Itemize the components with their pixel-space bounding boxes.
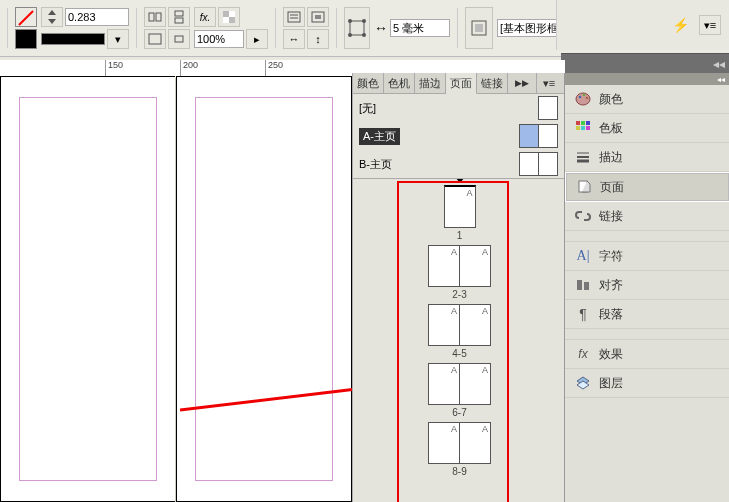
master-thumb[interactable] <box>539 152 558 176</box>
pages-icon <box>576 179 592 195</box>
quick-apply-icon[interactable]: ⚡ <box>672 17 689 33</box>
dock-expand-icon[interactable]: ◂◂ <box>713 57 725 71</box>
master-thumb[interactable] <box>519 124 539 148</box>
margin-guide <box>195 97 333 481</box>
spread-label: 6-7 <box>452 407 466 418</box>
dock-links[interactable]: 链接 <box>565 202 729 231</box>
dock-swatches[interactable]: 色板 <box>565 114 729 143</box>
ruler-mark: 250 <box>265 60 283 76</box>
dock-label: 链接 <box>599 208 623 225</box>
panel-scroll-icon[interactable]: ▶▶ <box>508 73 537 93</box>
master-label: B-主页 <box>359 157 392 172</box>
master-pages-list: [无] A-主页 B-主页 <box>353 94 566 179</box>
svg-rect-5 <box>175 36 183 42</box>
master-thumb[interactable] <box>519 152 539 176</box>
select-container-icon[interactable] <box>144 29 166 49</box>
spread-label: 2-3 <box>452 289 466 300</box>
flip-v-icon[interactable] <box>168 7 190 27</box>
tab-links[interactable]: 链接 <box>477 73 508 93</box>
dock-character[interactable]: A| 字符 <box>565 242 729 271</box>
stroke-swatch[interactable] <box>15 29 37 49</box>
svg-point-26 <box>586 97 589 100</box>
character-icon: A| <box>575 248 591 264</box>
document-canvas[interactable] <box>0 76 352 502</box>
spread-label: 1 <box>457 230 463 241</box>
stroke-icon <box>575 149 591 165</box>
flip-horizontal-icon[interactable]: ↔ <box>283 29 305 49</box>
svg-rect-1 <box>156 13 161 21</box>
dock-label: 图层 <box>599 375 623 392</box>
page-thumb[interactable]: A <box>428 363 460 405</box>
opacity-dropdown[interactable]: ▸ <box>246 29 268 49</box>
master-thumb[interactable] <box>539 124 558 148</box>
stroke-weight-stepper[interactable] <box>41 7 63 27</box>
object-style-icon[interactable] <box>465 7 493 49</box>
opacity-icon[interactable] <box>218 7 240 27</box>
text-wrap-bounding-icon[interactable] <box>307 7 329 27</box>
flip-vertical-icon[interactable]: ↕ <box>307 29 329 49</box>
dock-label: 色板 <box>599 120 623 137</box>
svg-point-25 <box>583 94 586 97</box>
dock-paragraph[interactable]: ¶ 段落 <box>565 300 729 329</box>
dock-label: 字符 <box>599 248 623 265</box>
svg-rect-4 <box>149 34 161 44</box>
master-a[interactable]: A-主页 <box>353 122 566 150</box>
stroke-style-sample[interactable] <box>41 33 105 45</box>
toolbar-right-end: ⚡ ▾≡ <box>556 0 729 50</box>
page-right[interactable] <box>176 76 352 502</box>
tab-swatch[interactable]: 色机 <box>384 73 415 93</box>
spread-2-3[interactable]: A A 2-3 <box>353 245 566 300</box>
tab-pages[interactable]: 页面 <box>446 73 477 94</box>
master-b[interactable]: B-主页 <box>353 150 566 178</box>
pages-panel: 颜色 色机 描边 页面 链接 ▶▶ ▾≡ [无] A-主页 B-主页 <box>352 73 566 502</box>
page-thumb[interactable]: A <box>444 185 476 228</box>
svg-point-18 <box>362 33 366 37</box>
stroke-style-dropdown[interactable]: ▾ <box>107 29 129 49</box>
spread-8-9[interactable]: A A 8-9 <box>353 422 566 477</box>
dock-stroke[interactable]: 描边 <box>565 143 729 172</box>
page-thumb[interactable]: A <box>459 422 491 464</box>
paragraph-icon: ¶ <box>575 306 591 322</box>
dock-effects[interactable]: fx 效果 <box>565 340 729 369</box>
spread-4-5[interactable]: A A 4-5 <box>353 304 566 359</box>
measure-input[interactable] <box>390 19 450 37</box>
page-thumb[interactable]: A <box>428 304 460 346</box>
page-thumb[interactable]: A <box>459 245 491 287</box>
corner-options-icon[interactable] <box>344 7 370 49</box>
svg-rect-0 <box>149 13 154 21</box>
tab-stroke[interactable]: 描边 <box>415 73 446 93</box>
dock-collapse-bar[interactable]: ◂◂ <box>565 73 729 85</box>
dock-color[interactable]: 颜色 <box>565 85 729 114</box>
fx-button[interactable]: fx. <box>194 7 216 27</box>
master-thumb[interactable] <box>538 96 558 120</box>
opacity-input[interactable] <box>194 30 244 48</box>
svg-rect-38 <box>584 282 589 290</box>
dock-gap <box>565 231 729 242</box>
panel-menu-icon[interactable]: ▾≡ <box>537 73 561 93</box>
page-thumb[interactable]: A <box>459 363 491 405</box>
dock-align[interactable]: 对齐 <box>565 271 729 300</box>
page-left[interactable] <box>0 76 175 502</box>
page-thumb[interactable]: A <box>428 422 460 464</box>
palette-icon <box>575 91 591 107</box>
spread-1[interactable]: A 1 <box>353 185 566 241</box>
dock-layers[interactable]: 图层 <box>565 369 729 398</box>
stroke-weight-input[interactable] <box>65 8 129 26</box>
svg-rect-14 <box>350 21 364 35</box>
flip-h-icon[interactable] <box>144 7 166 27</box>
page-thumb[interactable]: A <box>428 245 460 287</box>
divider <box>136 8 137 48</box>
current-page-caret-icon <box>455 179 465 183</box>
master-none[interactable]: [无] <box>353 94 566 122</box>
tab-color[interactable]: 颜色 <box>353 73 384 93</box>
collapse-arrows-icon: ◂◂ <box>717 75 725 84</box>
toolbar-menu-icon[interactable]: ▾≡ <box>699 15 721 35</box>
pages-panel-tabs: 颜色 色机 描边 页面 链接 ▶▶ ▾≡ <box>353 73 566 94</box>
svg-rect-20 <box>475 24 483 32</box>
page-thumb[interactable]: A <box>459 304 491 346</box>
dock-pages[interactable]: 页面 <box>565 172 729 202</box>
select-content-icon[interactable] <box>168 29 190 49</box>
spread-6-7[interactable]: A A 6-7 <box>353 363 566 418</box>
fill-swatch[interactable] <box>15 7 37 27</box>
text-wrap-none-icon[interactable] <box>283 7 305 27</box>
